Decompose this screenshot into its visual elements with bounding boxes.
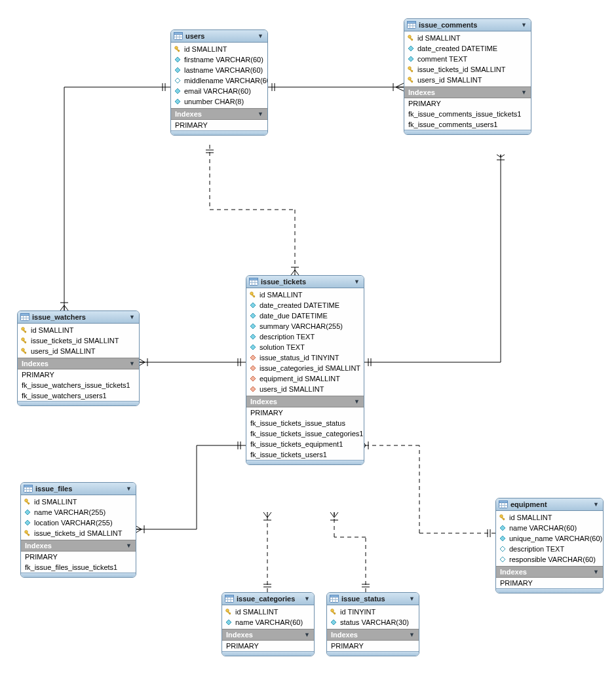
column-row[interactable]: id SMALLINT [404, 33, 531, 43]
collapse-icon[interactable]: ▼ [258, 111, 263, 117]
index-row[interactable]: fk_issue_comments_users1 [404, 119, 531, 130]
column-row[interactable]: issue_tickets_id SMALLINT [404, 64, 531, 75]
index-row[interactable]: fk_issue_tickets_users1 [246, 449, 364, 460]
collapse-icon[interactable]: ▼ [409, 595, 415, 602]
table-header[interactable]: issue_comments▼ [404, 19, 531, 31]
column-row[interactable]: name VARCHAR(60) [496, 523, 603, 533]
column-row[interactable]: location VARCHAR(255) [21, 517, 136, 528]
index-row[interactable]: fk_issue_watchers_users1 [18, 390, 139, 401]
column-row[interactable]: description TEXT [246, 331, 364, 342]
column-row[interactable]: lastname VARCHAR(60) [171, 65, 267, 75]
index-row[interactable]: PRIMARY [21, 552, 136, 562]
index-row[interactable]: fk_issue_comments_issue_tickets1 [404, 109, 531, 119]
column-row[interactable]: users_id SMALLINT [246, 384, 364, 394]
table-header[interactable]: issue_files▼ [21, 483, 136, 495]
collapse-icon[interactable]: ▼ [129, 360, 135, 367]
column-row[interactable]: name VARCHAR(255) [21, 507, 136, 517]
collapse-icon[interactable]: ▼ [521, 89, 527, 96]
table-header[interactable]: issue_watchers▼ [18, 311, 139, 324]
column-row[interactable]: responsible VARCHAR(60) [496, 554, 603, 565]
column-row[interactable]: id SMALLINT [246, 290, 364, 300]
column-row[interactable]: comment TEXT [404, 54, 531, 64]
indexes-header[interactable]: Indexes▼ [222, 629, 314, 641]
collapse-icon[interactable]: ▼ [126, 485, 132, 492]
table-users[interactable]: users▼id SMALLINTfirstname VARCHAR(60)la… [170, 29, 268, 136]
index-row[interactable]: PRIMARY [171, 120, 267, 130]
table-header[interactable]: users▼ [171, 30, 267, 43]
collapse-icon[interactable]: ▼ [593, 501, 599, 508]
table-header[interactable]: issue_tickets▼ [246, 276, 364, 288]
index-row[interactable]: PRIMARY [496, 578, 603, 588]
index-row[interactable]: PRIMARY [18, 369, 139, 380]
column-row[interactable]: unumber CHAR(8) [171, 96, 267, 107]
table-header[interactable]: issue_categories▼ [222, 593, 314, 605]
column-row[interactable]: equipment_id SMALLINT [246, 373, 364, 384]
collapse-icon[interactable]: ▼ [304, 595, 310, 602]
collapse-icon[interactable]: ▼ [304, 631, 310, 638]
column-row[interactable]: date_created DATETIME [246, 300, 364, 310]
indexes-header[interactable]: Indexes▼ [171, 108, 267, 120]
column-row[interactable]: firstname VARCHAR(60) [171, 54, 267, 65]
indexes-header[interactable]: Indexes▼ [404, 86, 531, 98]
collapse-icon[interactable]: ▼ [129, 314, 135, 320]
column-row[interactable]: id SMALLINT [21, 497, 136, 507]
indexes-header[interactable]: Indexes▼ [496, 566, 603, 578]
index-row[interactable]: PRIMARY [246, 407, 364, 418]
column-row[interactable]: summary VARCHAR(255) [246, 321, 364, 331]
indexes-header[interactable]: Indexes▼ [246, 396, 364, 407]
column-row[interactable]: users_id SMALLINT [18, 346, 139, 356]
column-row[interactable]: solution TEXT [246, 342, 364, 352]
table-title: issue_status [341, 595, 385, 603]
column-row[interactable]: id SMALLINT [171, 44, 267, 54]
table-issue_tickets[interactable]: issue_tickets▼id SMALLINTdate_created DA… [246, 275, 364, 465]
index-row[interactable]: fk_issue_tickets_issue_status [246, 418, 364, 428]
column-row[interactable]: issue_status_id TINYINT [246, 352, 364, 363]
index-row[interactable]: fk_issue_tickets_issue_categories1 [246, 428, 364, 439]
indexes-header[interactable]: Indexes▼ [327, 629, 419, 641]
collapse-icon[interactable]: ▼ [409, 631, 415, 638]
diamond-icon [225, 618, 233, 626]
diamond-icon [249, 312, 257, 320]
index-row[interactable]: PRIMARY [222, 641, 314, 651]
collapse-icon[interactable]: ▼ [258, 33, 263, 39]
column-row[interactable]: description TEXT [496, 544, 603, 554]
column-row[interactable]: date_due DATETIME [246, 310, 364, 321]
column-row[interactable]: id TINYINT [327, 607, 419, 617]
collapse-icon[interactable]: ▼ [593, 569, 599, 575]
table-issue_categories[interactable]: issue_categories▼id SMALLINTname VARCHAR… [221, 592, 315, 656]
column-row[interactable]: email VARCHAR(60) [171, 86, 267, 96]
table-footer [21, 573, 136, 577]
table-header[interactable]: issue_status▼ [327, 593, 419, 605]
table-footer [222, 651, 314, 656]
collapse-icon[interactable]: ▼ [354, 398, 360, 405]
column-row[interactable]: id SMALLINT [18, 325, 139, 335]
column-row[interactable]: id SMALLINT [496, 512, 603, 523]
table-header[interactable]: equipment▼ [496, 498, 603, 511]
indexes-header[interactable]: Indexes▼ [18, 358, 139, 369]
column-row[interactable]: issue_tickets_id SMALLINT [18, 335, 139, 346]
table-issue_status[interactable]: issue_status▼id TINYINTstatus VARCHAR(30… [326, 592, 419, 656]
collapse-icon[interactable]: ▼ [354, 278, 360, 285]
table-issue_comments[interactable]: issue_comments▼id SMALLINTdate_created D… [404, 18, 531, 135]
index-row[interactable]: fk_issue_files_issue_tickets1 [21, 562, 136, 573]
column-row[interactable]: date_created DATETIME [404, 43, 531, 54]
column-row[interactable]: issue_tickets_id SMALLINT [21, 528, 136, 538]
indexes-label: Indexes [25, 542, 52, 550]
column-row[interactable]: status VARCHAR(30) [327, 617, 419, 628]
column-row[interactable]: unique_name VARCHAR(60) [496, 533, 603, 544]
index-row[interactable]: fk_issue_tickets_equipment1 [246, 439, 364, 449]
index-row[interactable]: fk_issue_watchers_issue_tickets1 [18, 380, 139, 390]
table-issue_watchers[interactable]: issue_watchers▼id SMALLINTissue_tickets_… [17, 310, 140, 406]
collapse-icon[interactable]: ▼ [126, 542, 132, 549]
column-row[interactable]: issue_categories_id SMALLINT [246, 363, 364, 373]
indexes-header[interactable]: Indexes▼ [21, 540, 136, 552]
column-row[interactable]: id SMALLINT [222, 607, 314, 617]
table-equipment[interactable]: equipment▼id SMALLINTname VARCHAR(60)uni… [495, 498, 604, 593]
index-row[interactable]: PRIMARY [327, 641, 419, 651]
column-row[interactable]: name VARCHAR(60) [222, 617, 314, 628]
column-row[interactable]: users_id SMALLINT [404, 75, 531, 85]
index-row[interactable]: PRIMARY [404, 98, 531, 109]
column-row[interactable]: middlename VARCHAR(60) [171, 75, 267, 86]
table-issue_files[interactable]: issue_files▼id SMALLINTname VARCHAR(255)… [20, 482, 136, 578]
collapse-icon[interactable]: ▼ [521, 22, 527, 28]
